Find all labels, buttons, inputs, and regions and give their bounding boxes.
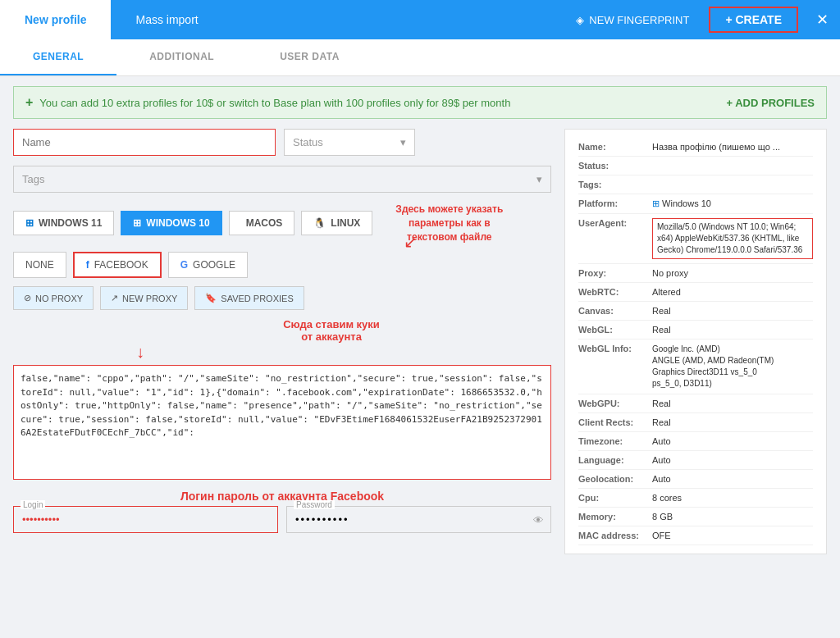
platform-label: WINDOWS 10 xyxy=(146,217,209,229)
info-webrtc: WebRTC: Altered xyxy=(578,283,813,302)
facebook-icon: f xyxy=(86,259,89,271)
webgl-info-value: Google Inc. (AMD) ANGLE (AMD, AMD Radeon… xyxy=(652,344,813,390)
password-group: Password 👁 xyxy=(286,506,551,533)
close-button[interactable]: ✕ xyxy=(805,0,840,39)
webgl-info-label: WebGL Info: xyxy=(578,344,652,353)
memory-value: 8 GB xyxy=(652,512,813,522)
platform-linux[interactable]: 🐧 LINUX xyxy=(301,211,372,235)
info-canvas: Canvas: Real xyxy=(578,302,813,321)
platform-label: Platform: xyxy=(578,198,652,208)
login-input[interactable] xyxy=(14,507,277,532)
tags-row: Tags ▾ xyxy=(13,166,551,193)
eye-icon[interactable]: 👁 xyxy=(533,513,544,526)
windows-icon: ⊞ xyxy=(133,217,141,229)
facebook-label: FACEBOOK xyxy=(94,259,148,271)
canvas-label: Canvas: xyxy=(578,306,652,316)
windows-icon: ⊞ xyxy=(25,217,34,229)
info-webgpu: WebGPU: Real xyxy=(578,394,813,413)
webgl-value: Real xyxy=(652,325,813,335)
promo-banner: + You can add 10 extra profiles for 10$ … xyxy=(13,86,827,119)
login-group: Login xyxy=(13,506,278,533)
password-input[interactable] xyxy=(287,507,550,532)
name-input[interactable] xyxy=(13,129,276,156)
status-label: Status: xyxy=(578,161,652,171)
cpu-value: 8 cores xyxy=(652,493,813,503)
proxy-row: ⊘ NO PROXY ↗ NEW PROXY 🔖 SAVED PROXIES xyxy=(13,286,551,310)
banner-text: You can add 10 extra profiles for 10$ or… xyxy=(39,97,510,109)
left-panel: Status ▾ Tags ▾ ⊞ WINDOWS 11 ⊞ WINDOWS 1… xyxy=(13,129,564,554)
linux-icon: 🐧 xyxy=(313,217,326,229)
name-label: Name: xyxy=(578,142,652,152)
google-label: GOOGLE xyxy=(193,259,235,271)
info-status: Status: xyxy=(578,157,813,175)
main-content: Status ▾ Tags ▾ ⊞ WINDOWS 11 ⊞ WINDOWS 1… xyxy=(0,129,840,554)
platform-windows10[interactable]: ⊞ WINDOWS 10 xyxy=(121,211,221,235)
status-label: Status xyxy=(293,136,323,148)
google-icon: G xyxy=(180,259,188,271)
social-row: NONE f FACEBOOK G GOOGLE xyxy=(13,252,551,278)
tab-new-profile[interactable]: New profile xyxy=(0,0,111,39)
chevron-down-icon: ▾ xyxy=(536,173,542,185)
password-label: Password xyxy=(294,500,335,509)
tags-label: Tags: xyxy=(578,180,652,189)
platform-label: LINUX xyxy=(331,217,360,229)
tab-additional[interactable]: ADDITIONAL xyxy=(116,39,247,75)
windows-icon: ⊞ xyxy=(652,198,660,208)
cookie-textarea[interactable]: false,"name": "cppo","path": "/","sameSi… xyxy=(13,365,551,480)
platform-windows11[interactable]: ⊞ WINDOWS 11 xyxy=(13,211,114,235)
useragent-value: Mozilla/5.0 (Windows NT 10.0; Win64; x64… xyxy=(652,218,813,259)
timezone-value: Auto xyxy=(652,436,813,446)
info-tags: Tags: xyxy=(578,175,813,194)
proxy-label: SAVED PROXIES xyxy=(221,294,293,303)
proxy-value: No proxy xyxy=(652,268,813,278)
login-password-row: Login Password 👁 xyxy=(13,506,551,533)
webrtc-label: WebRTC: xyxy=(578,287,652,297)
platform-macos[interactable]: MACOS xyxy=(229,211,295,235)
facebook-annotation: Логин пароль от аккаунта Facebook xyxy=(13,490,551,503)
none-label: NONE xyxy=(25,259,54,271)
proxy-saved-proxies[interactable]: 🔖 SAVED PROXIES xyxy=(194,286,304,310)
info-mac: MAC address: OFE xyxy=(578,526,813,545)
info-name: Name: Назва профілю (пишемо що ... xyxy=(578,138,813,157)
webrtc-value: Altered xyxy=(652,287,813,297)
social-facebook[interactable]: f FACEBOOK xyxy=(73,252,162,278)
info-webgl-info: WebGL Info: Google Inc. (AMD) ANGLE (AMD… xyxy=(578,340,813,394)
login-label: Login xyxy=(21,500,45,509)
info-language: Language: Auto xyxy=(578,451,813,470)
platform-row: ⊞ WINDOWS 11 ⊞ WINDOWS 10 MACOS 🐧 LINUX … xyxy=(13,203,551,244)
geolocation-label: Geolocation: xyxy=(578,474,652,484)
info-proxy: Proxy: No proxy xyxy=(578,264,813,283)
proxy-new-proxy[interactable]: ↗ NEW PROXY xyxy=(100,286,188,310)
proxy-label: NO PROXY xyxy=(35,294,83,303)
new-fingerprint-button[interactable]: ◈ NEW FINGERPRINT xyxy=(563,0,702,39)
platform-label: WINDOWS 11 xyxy=(39,217,102,229)
language-value: Auto xyxy=(652,455,813,465)
tags-placeholder: Tags xyxy=(22,173,44,185)
info-timezone: Timezone: Auto xyxy=(578,432,813,451)
client-rects-value: Real xyxy=(652,417,813,427)
mac-label: MAC address: xyxy=(578,531,652,540)
tab-general[interactable]: GENERAL xyxy=(0,39,116,75)
header: New profile Mass import ◈ NEW FINGERPRIN… xyxy=(0,0,840,39)
status-select[interactable]: Status ▾ xyxy=(284,129,415,156)
no-proxy-icon: ⊘ xyxy=(24,293,31,303)
language-label: Language: xyxy=(578,455,652,465)
social-none[interactable]: NONE xyxy=(13,252,66,278)
timezone-label: Timezone: xyxy=(578,436,652,446)
new-proxy-icon: ↗ xyxy=(111,293,118,303)
geolocation-value: Auto xyxy=(652,474,813,484)
add-profiles-button[interactable]: + ADD PROFILES xyxy=(726,97,815,109)
tab-user-data[interactable]: USER DATA xyxy=(247,39,372,75)
create-button[interactable]: + CREATE xyxy=(709,7,798,33)
proxy-label: NEW PROXY xyxy=(122,294,177,303)
client-rects-label: Client Rects: xyxy=(578,417,652,427)
tab-mass-import[interactable]: Mass import xyxy=(111,0,222,39)
info-client-rects: Client Rects: Real xyxy=(578,413,813,432)
proxy-no-proxy[interactable]: ⊘ NO PROXY xyxy=(13,286,94,310)
memory-label: Memory: xyxy=(578,512,652,522)
social-google[interactable]: G GOOGLE xyxy=(168,252,248,278)
webgpu-value: Real xyxy=(652,399,813,408)
info-webgl: WebGL: Real xyxy=(578,321,813,340)
info-memory: Memory: 8 GB xyxy=(578,508,813,526)
tags-input[interactable]: Tags ▾ xyxy=(13,166,551,193)
